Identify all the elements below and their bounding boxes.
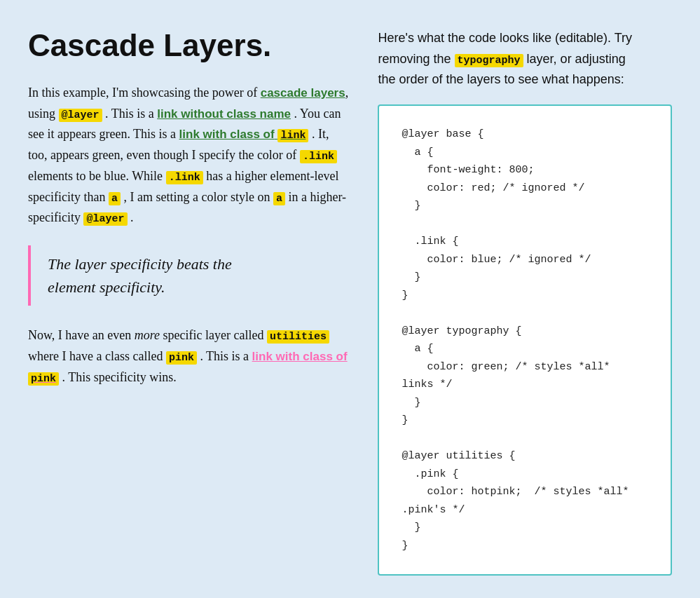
para2-end: . This is a bbox=[200, 349, 249, 363]
a-badge-1: a bbox=[109, 192, 121, 205]
link-code-2: .link bbox=[166, 171, 203, 184]
right-intro: Here's what the code looks like (editabl… bbox=[378, 28, 672, 90]
left-column: Cascade Layers. In this example, I'm sho… bbox=[28, 28, 350, 576]
intro-line1: Here's what the code looks like (editabl… bbox=[378, 31, 632, 45]
para2-mid: specific layer called bbox=[163, 328, 264, 342]
page-layout: Cascade Layers. In this example, I'm sho… bbox=[28, 28, 672, 576]
end1: . bbox=[130, 210, 134, 224]
link-no-class[interactable]: link without class name bbox=[157, 107, 291, 121]
pink-badge: pink bbox=[166, 351, 197, 365]
blockquote-end: . bbox=[161, 278, 165, 296]
more-em: more bbox=[135, 328, 160, 342]
utilities-badge: utilities bbox=[267, 330, 329, 344]
blockquote: The layer specificity beats the element … bbox=[28, 245, 350, 306]
code-content[interactable]: @layer base { a { font-weight: 800; colo… bbox=[402, 125, 648, 555]
right-column: Here's what the code looks like (editabl… bbox=[378, 28, 672, 576]
blockquote-text: The layer specificity beats the element … bbox=[48, 252, 350, 299]
para2-start: Now, I have an even bbox=[28, 328, 131, 342]
page-title: Cascade Layers. bbox=[28, 28, 350, 63]
intro-paragraph: In this example, I'm showcasing the powe… bbox=[28, 83, 350, 229]
after-badge-1: . This is a bbox=[105, 107, 154, 121]
blockquote-em1: layer bbox=[75, 255, 107, 273]
code-editor[interactable]: @layer base { a { font-weight: 800; colo… bbox=[378, 104, 672, 576]
cascade-layers-link[interactable]: cascade layers bbox=[261, 86, 345, 100]
mid3: , I am setting a color style on bbox=[123, 190, 270, 204]
para2-end2: . This specificity wins. bbox=[62, 370, 177, 384]
intro-text-start: In this example, I'm showcasing the powe… bbox=[28, 86, 257, 100]
para2: Now, I have an even more specific layer … bbox=[28, 325, 350, 388]
pink-link-badge: pink bbox=[28, 372, 59, 386]
link-badge: link bbox=[277, 129, 308, 142]
intro-line2: removing the bbox=[378, 52, 451, 66]
blockquote-em2: element specificity bbox=[48, 278, 161, 296]
typography-highlight: typography bbox=[455, 54, 523, 67]
mid1: elements to be blue. While bbox=[28, 169, 163, 183]
blockquote-mid: specificity beats the bbox=[110, 255, 232, 273]
at-layer-badge-1: @layer bbox=[59, 109, 102, 122]
link-code-1: .link bbox=[300, 150, 337, 163]
intro-line4: the order of the layers to see what happ… bbox=[378, 72, 624, 86]
intro-line3: layer, or adjusting bbox=[527, 52, 626, 66]
blockquote-line1: The bbox=[48, 255, 71, 273]
at-layer-badge-2: @layer bbox=[83, 212, 127, 226]
link-with-class[interactable]: link with class of link bbox=[179, 128, 309, 141]
para2-mid2: where I have a class called bbox=[28, 349, 163, 363]
a-badge-2: a bbox=[273, 192, 285, 205]
